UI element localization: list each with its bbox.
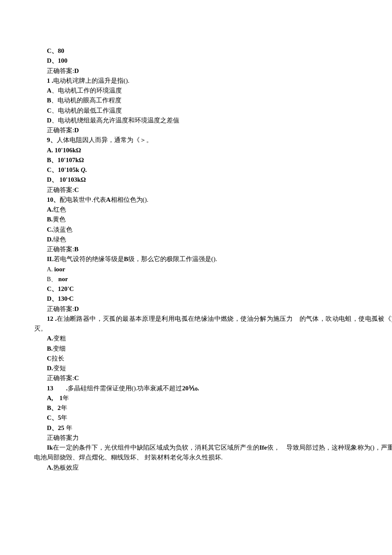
q10-d-label: D.	[47, 236, 53, 243]
q9-answer-value: C	[74, 186, 79, 193]
qIL-a-prefix: A.	[47, 266, 54, 273]
q12-a-label: A.	[47, 335, 53, 342]
q1-option-c: C、电动机的最低工作温度	[34, 106, 392, 116]
q13-answer: 正确答案力	[34, 433, 392, 443]
q13-b-text: 年	[61, 404, 67, 411]
q10-a-text: 红色	[53, 206, 66, 213]
q12-option-c: C拉长	[34, 354, 392, 363]
q9-option-c: C、10'105k Q.	[34, 165, 392, 175]
qIk-label: Ik	[47, 444, 53, 451]
q13-a-label: A, 1	[47, 395, 63, 401]
q10-text-b: A	[106, 196, 111, 203]
q12-option-b: B.变细	[34, 344, 392, 354]
q1-text: 电动机诧牌上的温升是指().	[53, 77, 130, 84]
q9-label: 9、	[47, 137, 57, 143]
q10-option-c: C.淡蓝色	[34, 225, 392, 235]
qIL-text-a: 若电气设符的绝缘等级是	[54, 256, 124, 262]
q10-c-label: C.	[47, 226, 53, 233]
q1-stem: 1 .电动机诧牌上的温升是指().	[34, 76, 392, 86]
qIL-answer: 正确答案:D	[34, 304, 392, 314]
qIL-text-b: B	[124, 256, 128, 262]
qIL-option-b: B、 nor	[34, 274, 392, 284]
qIL-option-d: D、130·C	[34, 294, 392, 304]
top-option-d: D、100	[34, 56, 392, 66]
qIL-option-a: A. ioor	[34, 264, 392, 274]
q13-c-text: 年	[61, 414, 67, 421]
qIL-d-text: D、130·C	[47, 295, 74, 302]
q1-c-text: 、电动机的最低工作温度	[52, 107, 122, 114]
q1-answer: 正确答案:D	[34, 125, 392, 135]
q12-c-label: C	[47, 355, 52, 362]
qIk-a-label: Λ.	[47, 464, 53, 471]
q12-option-d: D.变短	[34, 363, 392, 373]
top-answer-value: D	[74, 67, 79, 74]
q10-c-text: 淡蓝色	[53, 226, 72, 233]
q1-d-text: 、电动机绕组最高允许温度和环境温度之差值	[52, 117, 179, 124]
q9-option-d: D、 10'103kΩ	[34, 175, 392, 185]
q1-answer-prefix: 正确答案:	[47, 127, 74, 134]
q1-answer-value: D	[74, 127, 79, 134]
q13-a-text: 年	[63, 395, 69, 401]
top-option-d-text: D、100	[47, 57, 67, 64]
q13-option-b: B、2年	[34, 403, 392, 413]
qIL-b-prefix: B、	[47, 276, 58, 282]
q1-d-label: D	[47, 117, 52, 124]
qIL-answer-value: D	[74, 305, 79, 312]
qIk-text-b: Ife	[259, 444, 267, 451]
q12-d-text: 变短	[53, 365, 66, 372]
q9-c-suffix: Q.	[81, 166, 87, 173]
qIL-stem: IL若电气设符的绝缘等级是B级，那么它的极限工作温强是().	[34, 254, 392, 264]
q12-b-label: B.	[47, 345, 53, 352]
q9-option-b: B、10'107kΩ	[34, 155, 392, 165]
q10-option-b: B.黄色	[34, 215, 392, 224]
qIL-answer-prefix: 正确答案:	[47, 305, 74, 312]
q1-label: 1 .	[47, 77, 53, 84]
q1-c-label: C	[47, 107, 52, 114]
qIL-label: IL	[47, 256, 54, 262]
qIk-stem: Ik在一定的条件下，光伏组件中缺陷区域成为负软，消耗其它区域所产生的Ife依， …	[34, 443, 392, 463]
qIL-option-c: C、120'C	[34, 284, 392, 294]
q12-answer: 正确答案:C	[34, 373, 392, 383]
q13-option-d: D、25 年	[34, 423, 392, 433]
q9-answer-prefix: 正确答案:	[47, 186, 74, 193]
qIL-a-text: ioor	[54, 266, 65, 273]
q13-d-text: 年	[64, 424, 72, 431]
qIL-b-text: nor	[58, 276, 68, 282]
q1-a-text: 、电动机工作的环境温度	[52, 87, 122, 94]
q13-label: 13 .	[47, 385, 68, 392]
q12-option-a: A.变粗	[34, 334, 392, 343]
q9-option-a: A. 10'106kΩ	[34, 145, 392, 155]
q12-answer-prefix: 正确答案:	[47, 375, 74, 381]
q1-a-label: A	[47, 87, 52, 94]
q9-stem: 9、人体电阻因人而异，通常为《＞。	[34, 135, 392, 145]
q10-d-text: 绿色	[53, 236, 66, 243]
q1-b-text: 、电动机的眼高工作程度	[51, 97, 121, 104]
top-answer-prefix: 正确答案:	[47, 67, 74, 74]
q13-text-a: 多晶硅组件需保证使用().功率衰减不超过	[68, 385, 182, 392]
q10-b-text: 黄色	[53, 216, 66, 223]
q12-b-text: 变细	[53, 345, 66, 352]
q10-text-c: 相相位色为().	[111, 196, 149, 203]
q10-a-label: A.	[47, 206, 53, 213]
q9-answer: 正确答案:C	[34, 185, 392, 195]
q1-b-label: B	[47, 97, 51, 104]
q12-text: 在油断路器中，灭孤的最基本原理是利用电孤在绝缘油中燃烧，使油分解为施压力 的气体…	[34, 315, 392, 332]
q1-option-d: D、电动机绕组最高允许温度和环境温度之差值	[34, 116, 392, 125]
qIL-text-c: 级，那么它的极限工作温强是().	[128, 256, 217, 262]
q10-answer: 正确答案:B	[34, 244, 392, 254]
q12-answer-value: C	[74, 375, 79, 381]
q13-text-b: 20⅒.	[182, 385, 199, 392]
q9-text: 人体电阻因人而异，通常为《＞。	[57, 137, 153, 143]
q10-b-label: B.	[47, 216, 53, 223]
q13-d-label: D、25	[47, 424, 64, 431]
q9-c-prefix: C、10'105k	[47, 166, 81, 173]
top-option-c-text: C、80	[47, 47, 64, 54]
top-answer: 正确答案:D	[34, 66, 392, 76]
q12-label: 12 .	[47, 315, 57, 322]
q12-d-label: D.	[47, 365, 53, 372]
q13-answer-text: 正确答案力	[47, 434, 79, 441]
q10-text-a: 配电装世中.代表	[60, 196, 106, 203]
q13-option-a: A, 1年	[34, 393, 392, 403]
q9-b-text: B、10'107kΩ	[47, 157, 84, 163]
q1-option-a: A、电动机工作的环境温度	[34, 86, 392, 96]
